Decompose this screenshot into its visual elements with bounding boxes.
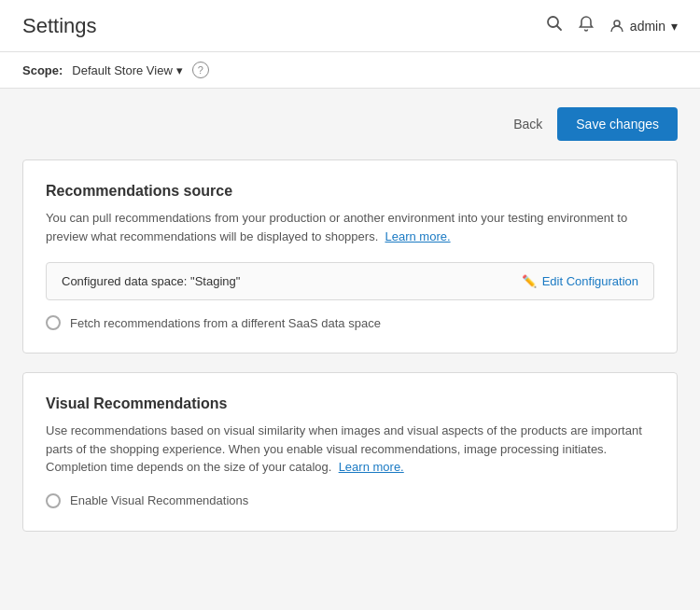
fetch-recommendations-label: Fetch recommendations from a different S… [70,316,381,330]
visual-recommendations-card: Visual Recommendations Use recommendatio… [22,372,678,532]
pencil-icon: ✏️ [522,274,537,288]
data-space-row: Configured data space: "Staging" ✏️ Edit… [46,262,654,300]
scope-dropdown[interactable]: Default Store View ▾ [72,63,182,77]
back-link[interactable]: Back [513,117,542,132]
enable-visual-radio[interactable] [46,493,61,508]
recommendations-card-title: Recommendations source [46,183,654,200]
fetch-recommendations-radio[interactable] [46,315,61,330]
admin-menu[interactable]: admin ▾ [609,19,678,34]
enable-visual-row: Enable Visual Recommendations [46,493,654,508]
edit-config-label: Edit Configuration [542,274,638,288]
scope-chevron-icon: ▾ [176,63,183,77]
recommendations-card-description: You can pull recommendations from your p… [46,209,654,245]
page-title: Settings [22,14,97,38]
header-right: admin ▾ [546,15,678,36]
svg-point-2 [614,21,620,26]
visual-learn-more-link[interactable]: Learn more. [339,460,404,474]
search-icon[interactable] [546,15,563,36]
scope-label: Scope: [22,63,63,77]
action-bar: Back Save changes [22,107,678,141]
admin-name: admin [630,19,665,34]
main-content: Back Save changes Recommendations source… [0,89,700,569]
save-button[interactable]: Save changes [557,107,678,141]
store-view-label: Default Store View [72,63,172,77]
header: Settings admin ▾ [0,0,700,52]
svg-line-1 [556,26,561,31]
visual-card-description: Use recommendations based on visual simi… [46,422,654,477]
recommendations-source-card: Recommendations source You can pull reco… [22,159,678,354]
scope-help-icon[interactable]: ? [192,62,209,78]
edit-configuration-button[interactable]: ✏️ Edit Configuration [522,274,638,288]
data-space-label: Configured data space: "Staging" [62,274,240,288]
scope-bar: Scope: Default Store View ▾ ? [0,52,700,89]
recommendations-learn-more-link[interactable]: Learn more. [385,229,450,243]
visual-card-title: Visual Recommendations [46,395,654,412]
help-text: ? [198,64,203,76]
fetch-recommendations-row: Fetch recommendations from a different S… [46,315,654,330]
notification-icon[interactable] [578,15,595,36]
enable-visual-label: Enable Visual Recommendations [70,493,248,507]
admin-chevron-icon: ▾ [671,19,678,34]
